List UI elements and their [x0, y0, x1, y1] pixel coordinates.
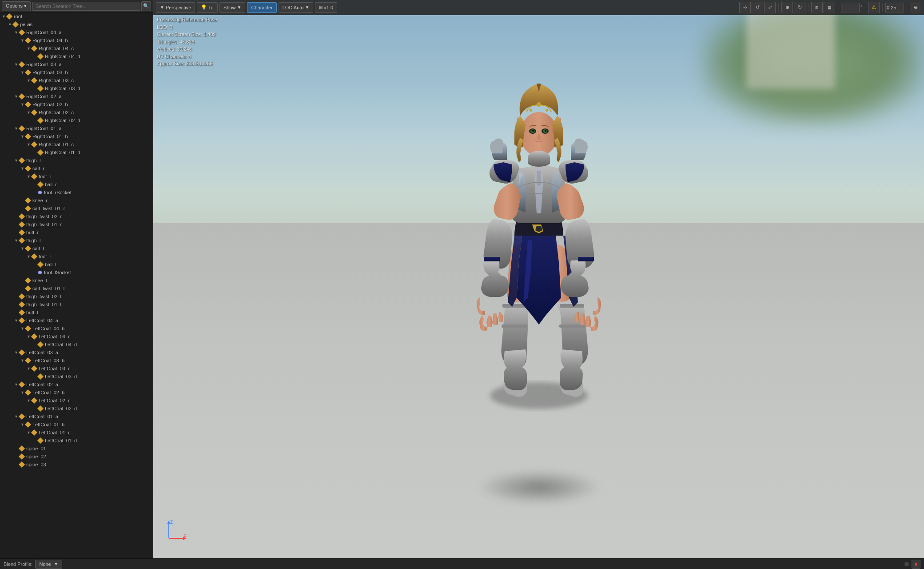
tree-item[interactable]: ▼LeftCoat_02_c — [0, 397, 153, 405]
bone-icon — [19, 349, 25, 356]
tree-item[interactable]: butt_r — [0, 228, 153, 236]
tree-item[interactable]: ▼LeftCoat_01_a — [0, 413, 153, 421]
tree-arrow-icon: ▼ — [20, 166, 25, 171]
tree-item[interactable]: ▼LeftCoat_02_b — [0, 389, 153, 397]
tree-item[interactable]: ▼calf_l — [0, 244, 153, 252]
tree-item[interactable]: ▼RightCoat_02_b — [0, 100, 153, 108]
tree-item[interactable]: ▼LeftCoat_03_a — [0, 349, 153, 357]
grid-button[interactable]: ▦ — [824, 2, 835, 13]
bone-icon — [25, 245, 31, 252]
tree-item[interactable]: ▼foot_r — [0, 172, 153, 180]
tree-item[interactable]: ball_l — [0, 260, 153, 268]
tree-arrow-icon: ▼ — [27, 174, 31, 179]
tree-item[interactable]: ▼RightCoat_04_a — [0, 28, 153, 36]
tree-item[interactable]: spine_01 — [0, 445, 153, 453]
warning-icon-button[interactable]: ⚠ — [868, 2, 880, 13]
blend-profile-dropdown[interactable]: None ▼ — [35, 560, 62, 569]
tree-item-label: thigh_twist_01_r — [26, 222, 62, 227]
record-button[interactable]: ■ — [912, 560, 920, 569]
translate-button[interactable]: ⊹ — [739, 2, 751, 13]
tree-item-label: RightCoat_03_c — [39, 78, 74, 83]
tree-item[interactable]: ▼LeftCoat_01_c — [0, 429, 153, 437]
tree-item[interactable]: ▼RightCoat_01_b — [0, 132, 153, 140]
tree-item[interactable]: ▼RightCoat_03_b — [0, 68, 153, 76]
tree-item[interactable]: knee_r — [0, 196, 153, 204]
tree-item[interactable]: thigh_twist_01_l — [0, 301, 153, 309]
tree-item[interactable]: ▼RightCoat_02_a — [0, 92, 153, 100]
wireframe-button[interactable]: ⊞ — [811, 2, 823, 13]
tree-item[interactable]: ▼thigh_l — [0, 236, 153, 244]
tree-item[interactable]: ▼RightCoat_04_b — [0, 36, 153, 44]
speed-input[interactable] — [885, 3, 904, 12]
tree-item[interactable]: foot_rSocket — [0, 188, 153, 196]
tree-item[interactable]: ▼RightCoat_04_c — [0, 44, 153, 52]
bone-icon — [25, 357, 31, 364]
bone-icon — [31, 365, 37, 372]
bone-icon — [19, 229, 25, 236]
viewport[interactable]: ▼ Perspective 💡 Lit Show ▼ Character LOD… — [153, 0, 924, 558]
tree-item[interactable]: ▼root — [0, 12, 153, 20]
tree-item[interactable]: knee_l — [0, 276, 153, 284]
toolbar-separator-6 — [907, 3, 907, 12]
tree-item[interactable]: ▼RightCoat_03_a — [0, 60, 153, 68]
tree-item[interactable]: ▼RightCoat_01_a — [0, 124, 153, 132]
tree-item[interactable]: ▼LeftCoat_04_b — [0, 325, 153, 333]
tree-item[interactable]: foot_lSocket — [0, 268, 153, 276]
tree-arrow-icon: ▼ — [20, 102, 25, 107]
skeleton-tree-list[interactable]: ▼root▼pelvis▼RightCoat_04_a▼RightCoat_04… — [0, 12, 153, 558]
reset-camera-button[interactable]: ↻ — [794, 2, 805, 13]
tree-item[interactable]: thigh_twist_02_l — [0, 293, 153, 301]
tree-item[interactable]: ▼RightCoat_01_c — [0, 140, 153, 148]
tree-item[interactable]: ▼RightCoat_02_c — [0, 108, 153, 116]
bone-icon — [25, 69, 31, 76]
camera-orbit-button[interactable]: ⊕ — [781, 2, 793, 13]
tree-item[interactable]: ▼pelvis — [0, 20, 153, 28]
tree-item[interactable]: LeftCoat_03_d — [0, 373, 153, 381]
tree-item[interactable]: spine_03 — [0, 461, 153, 469]
tree-item[interactable]: RightCoat_03_d — [0, 84, 153, 92]
tree-item[interactable]: ▼LeftCoat_03_b — [0, 357, 153, 365]
tree-item[interactable]: LeftCoat_04_d — [0, 341, 153, 349]
camera-mode-button[interactable]: ⊕ — [910, 2, 921, 13]
tree-item[interactable]: spine_02 — [0, 453, 153, 461]
tree-item[interactable]: ▼LeftCoat_04_c — [0, 333, 153, 341]
tree-item[interactable]: ▼LeftCoat_03_c — [0, 365, 153, 373]
blend-dropdown-arrow: ▼ — [54, 562, 58, 566]
search-input[interactable] — [32, 2, 140, 11]
tree-item[interactable]: RightCoat_01_d — [0, 148, 153, 156]
perspective-mode-button[interactable]: ▼ Perspective — [156, 2, 195, 13]
bone-icon — [19, 317, 25, 324]
tree-item[interactable]: ▼foot_l — [0, 252, 153, 260]
lod-button[interactable]: LOD Auto ▼ — [279, 2, 314, 13]
tree-item[interactable]: ▼LeftCoat_04_a — [0, 317, 153, 325]
tree-item[interactable]: thigh_twist_01_r — [0, 220, 153, 228]
tree-item[interactable]: ▼RightCoat_03_c — [0, 76, 153, 84]
scale-button[interactable]: ⊞ x1.0 — [315, 2, 337, 13]
tree-item[interactable]: ball_r — [0, 180, 153, 188]
tree-item[interactable]: ▼LeftCoat_02_a — [0, 381, 153, 389]
fov-input[interactable] — [841, 3, 860, 12]
tree-item[interactable]: ▼thigh_r — [0, 156, 153, 164]
search-button[interactable]: 🔍 — [141, 1, 151, 11]
tree-item[interactable]: calf_twist_01_l — [0, 284, 153, 293]
tree-item[interactable]: LeftCoat_02_d — [0, 405, 153, 413]
options-button[interactable]: Options ▾ — [2, 1, 31, 11]
tree-item-label: calf_twist_01_l — [32, 286, 64, 291]
tree-item[interactable]: butt_l — [0, 309, 153, 317]
tree-item[interactable]: ▼LeftCoat_01_b — [0, 421, 153, 429]
tree-item[interactable]: ▼calf_r — [0, 164, 153, 172]
scale-icon-button[interactable]: ⤢ — [764, 2, 776, 13]
bone-icon — [12, 21, 19, 28]
bone-icon — [25, 277, 31, 284]
tree-item[interactable]: RightCoat_02_d — [0, 116, 153, 124]
tree-item-label: LeftCoat_01_b — [32, 422, 64, 427]
character-button[interactable]: Character — [247, 2, 276, 13]
tree-item[interactable]: RightCoat_04_d — [0, 52, 153, 60]
lit-button[interactable]: 💡 Lit — [197, 2, 218, 13]
bone-icon — [37, 117, 44, 124]
tree-item[interactable]: calf_twist_01_r — [0, 204, 153, 212]
tree-item[interactable]: LeftCoat_01_d — [0, 437, 153, 445]
tree-item[interactable]: thigh_twist_02_r — [0, 212, 153, 220]
show-button[interactable]: Show ▼ — [219, 2, 245, 13]
rotate-button[interactable]: ↺ — [752, 2, 763, 13]
